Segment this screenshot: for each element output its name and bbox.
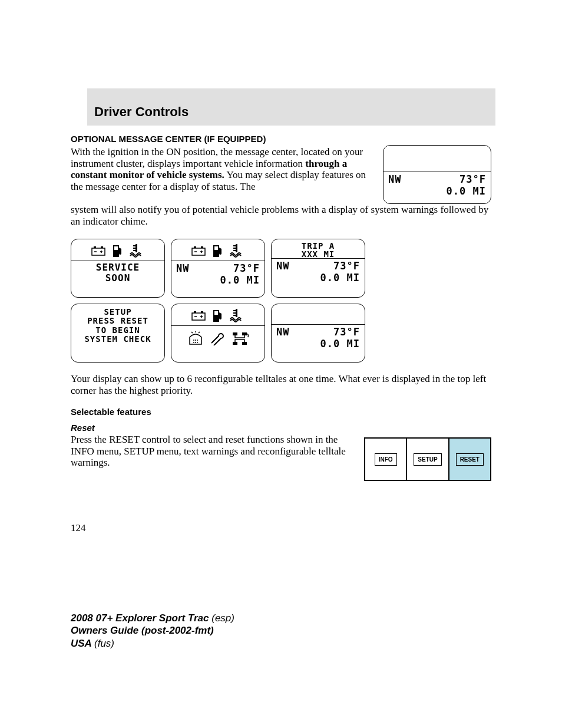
lcd-text-line2: SOON bbox=[76, 273, 160, 284]
intro-paragraph: With the ignition in the ON position, th… bbox=[71, 146, 366, 192]
svg-rect-1 bbox=[94, 246, 96, 248]
display-service-soon: SERVICE SOON bbox=[71, 239, 165, 298]
section-title: OPTIONAL MESSAGE CENTER (IF EQUIPPED) bbox=[71, 134, 491, 144]
lcd-line1: SETUP bbox=[76, 308, 160, 317]
coolant-icon bbox=[129, 244, 144, 258]
lcd-line2: PRESS RESET bbox=[76, 317, 160, 325]
svg-rect-12 bbox=[194, 246, 196, 248]
footer-code2: (fus) bbox=[94, 638, 114, 649]
svg-rect-11 bbox=[192, 248, 205, 255]
lcd-temp: 73°F bbox=[333, 260, 360, 272]
telltale-icons-row1 bbox=[176, 307, 260, 325]
lcd-line3: TO BEGIN bbox=[76, 326, 160, 335]
lcd-nw: NW bbox=[276, 326, 289, 338]
after-grid-paragraph: Your display can show up to 6 reconfigur… bbox=[71, 373, 491, 396]
svg-rect-10 bbox=[133, 250, 136, 251]
footer-guide: Owners Guide (post-2002-fmt) bbox=[71, 625, 214, 636]
svg-rect-13 bbox=[201, 246, 203, 248]
coolant-icon bbox=[229, 244, 244, 258]
header-title: Driver Controls bbox=[94, 104, 189, 120]
lcd-miles: 0.0 MI bbox=[176, 274, 260, 286]
lcd-text-line1: SERVICE bbox=[76, 262, 160, 273]
footer-region: USA bbox=[71, 638, 94, 649]
svg-rect-38 bbox=[233, 342, 237, 345]
telltale-icons bbox=[76, 242, 160, 261]
lcd-miles: 0.0 MI bbox=[276, 338, 360, 350]
selectable-title: Selectable features bbox=[71, 407, 491, 417]
lcd-nw: NW bbox=[388, 173, 401, 185]
display-grid: SERVICE SOON NW 73°F 0.0 MI TRIP A XXX M… bbox=[71, 239, 491, 363]
display-trip-status: TRIP A XXX MI NW 73°F 0.0 MI bbox=[271, 239, 365, 298]
display-six-telltales bbox=[171, 304, 265, 363]
lcd-line4: SYSTEM CHECK bbox=[76, 335, 160, 344]
svg-rect-8 bbox=[133, 245, 136, 246]
display-blank-status: NW 73°F 0.0 MI bbox=[271, 304, 365, 363]
reset-button[interactable]: RESET bbox=[456, 453, 484, 466]
washer-fluid-icon bbox=[187, 331, 204, 347]
lcd-temp: 73°F bbox=[459, 173, 486, 185]
svg-rect-6 bbox=[114, 246, 118, 250]
footer: 2008 07+ Explorer Sport Trac (esp) Owner… bbox=[71, 612, 234, 650]
fuel-icon bbox=[211, 244, 224, 258]
telltale-icons bbox=[176, 242, 260, 261]
coolant-icon bbox=[229, 309, 244, 323]
info-button-cell[interactable]: INFO bbox=[365, 439, 407, 480]
setup-button[interactable]: SETUP bbox=[414, 453, 441, 466]
message-center-controls: INFO SETUP RESET bbox=[364, 437, 491, 481]
battery-icon bbox=[191, 311, 207, 321]
svg-rect-22 bbox=[192, 313, 205, 320]
lcd-nw: NW bbox=[276, 260, 289, 272]
svg-rect-24 bbox=[201, 311, 203, 313]
setup-button-cell[interactable]: SETUP bbox=[407, 439, 449, 480]
footer-model: 2008 07+ Explorer Sport Trac bbox=[71, 612, 211, 624]
fuel-icon bbox=[111, 244, 124, 258]
svg-rect-0 bbox=[92, 248, 105, 255]
lcd-miles: 0.0 MI bbox=[276, 272, 360, 284]
svg-rect-20 bbox=[233, 248, 236, 249]
fuel-icon bbox=[211, 309, 224, 323]
intro-continuation: system will also notify you of potential… bbox=[71, 204, 491, 227]
svg-rect-17 bbox=[214, 246, 218, 250]
svg-rect-39 bbox=[242, 342, 247, 345]
svg-rect-21 bbox=[233, 250, 236, 251]
main-lcd-display: NW 73°F 0.0 MI bbox=[383, 145, 491, 204]
svg-rect-28 bbox=[214, 311, 218, 315]
reset-title: Reset bbox=[71, 423, 491, 433]
page-number: 124 bbox=[71, 522, 491, 534]
battery-icon bbox=[91, 246, 107, 256]
battery-icon bbox=[191, 246, 207, 256]
display-icons-status: NW 73°F 0.0 MI bbox=[171, 239, 265, 298]
lcd-nw: NW bbox=[176, 262, 189, 274]
display-setup-prompt: SETUP PRESS RESET TO BEGIN SYSTEM CHECK bbox=[71, 304, 165, 363]
lcd-trip-label: TRIP A bbox=[276, 242, 360, 250]
lcd-trip-value: XXX MI bbox=[276, 250, 360, 258]
page-header: Driver Controls bbox=[87, 88, 495, 126]
footer-code1: (esp) bbox=[211, 612, 234, 624]
four-wheel-icon bbox=[232, 331, 249, 347]
svg-rect-32 bbox=[233, 315, 236, 316]
svg-rect-30 bbox=[233, 310, 236, 311]
lcd-miles: 0.0 MI bbox=[388, 185, 486, 197]
svg-rect-2 bbox=[101, 246, 103, 248]
info-button[interactable]: INFO bbox=[375, 453, 397, 466]
reset-button-cell[interactable]: RESET bbox=[449, 439, 490, 480]
wrench-icon bbox=[209, 332, 227, 345]
lcd-temp: 73°F bbox=[233, 262, 260, 274]
telltale-icons-row2 bbox=[176, 327, 260, 351]
svg-rect-19 bbox=[233, 245, 236, 246]
svg-rect-36 bbox=[233, 332, 237, 335]
reset-paragraph: Press the RESET control to select and re… bbox=[71, 434, 346, 469]
lcd-temp: 73°F bbox=[333, 326, 360, 338]
svg-rect-23 bbox=[194, 311, 196, 313]
svg-rect-31 bbox=[233, 312, 236, 314]
svg-rect-9 bbox=[133, 248, 136, 249]
